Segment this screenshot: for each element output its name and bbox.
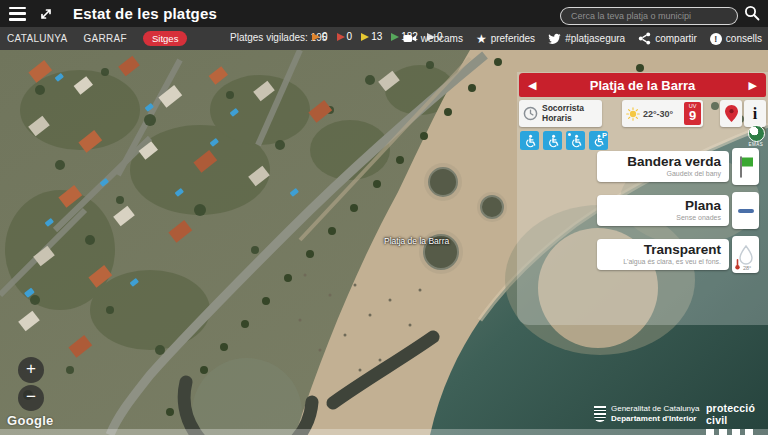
search-icon[interactable] xyxy=(744,5,760,25)
sea-state-text[interactable]: Plana Sense onades xyxy=(597,195,729,226)
proteccio-civil-label: protecció civil xyxy=(706,402,768,426)
zoom-in-button[interactable]: + xyxy=(18,357,44,383)
gencat-line2: Departament d'Interior xyxy=(611,414,700,424)
flag-status-card: Bandera verda Gaudeix del bany xyxy=(597,148,759,185)
red-flag-icon xyxy=(337,33,345,41)
yellow-flag-icon xyxy=(361,33,369,41)
wheelchair-access-icon[interactable] xyxy=(543,131,562,150)
gencat-attribution: Generalitat de Catalunya Departament d'I… xyxy=(594,404,700,424)
orange-flag-icon xyxy=(312,33,320,41)
map-pin-icon xyxy=(725,105,738,122)
sea-state-card: Plana Sense onades xyxy=(597,192,759,229)
gencat-line1: Generalitat de Catalunya xyxy=(611,404,700,414)
municipality-badge[interactable]: Sitges xyxy=(143,31,187,46)
flag-status-title: Bandera verda xyxy=(605,154,721,169)
star-icon: ★ xyxy=(476,33,487,45)
air-temperature: 22°-30° xyxy=(643,109,673,119)
flag-status-text[interactable]: Bandera verda Gaudeix del bany xyxy=(597,151,729,182)
breadcrumb: CATALUNYA GARRAF Sitges xyxy=(7,27,187,50)
zoom-out-button[interactable]: − xyxy=(18,385,44,411)
beach-title: Platja de la Barra xyxy=(590,78,696,93)
map-beach-label: Platja de la Barra xyxy=(384,236,449,246)
sea-state-title: Plana xyxy=(605,198,721,213)
weather-box: 22°-30° UV 9 xyxy=(622,100,703,127)
gencat-shield-icon xyxy=(594,406,606,422)
flag-status-subtitle: Gaudeix del bany xyxy=(605,169,721,178)
adapted-shower-icon[interactable] xyxy=(566,131,585,150)
green-flag-icon xyxy=(391,33,399,41)
emas-icon xyxy=(748,125,765,142)
orange-flag-counter: 0 xyxy=(312,31,328,42)
info-icon: i xyxy=(753,105,757,123)
alert-icon: ! xyxy=(710,33,722,45)
lifeguard-label-line2: Horaris xyxy=(542,114,584,124)
prev-beach-arrow[interactable]: ◀ xyxy=(528,80,536,91)
app-window: Platja de la Barra + − Google Generalita… xyxy=(0,0,768,435)
breadcrumb-bar: CATALUNYA GARRAF Sitges Platges vigilade… xyxy=(0,27,768,50)
favorites-button[interactable]: ★ preferides xyxy=(476,33,535,45)
sun-icon xyxy=(626,107,640,121)
water-quality-title: Transparent xyxy=(605,242,721,257)
menu-icon[interactable] xyxy=(9,7,29,21)
breadcrumb-garraf[interactable]: GARRAF xyxy=(84,33,127,44)
tips-button[interactable]: ! consells xyxy=(710,33,762,45)
search-box xyxy=(560,5,738,23)
beach-detail-panel: ◀ Platja de la Barra ▶ Socorrista Horari… xyxy=(517,72,768,325)
water-quality-text[interactable]: Transparent L'aigua és clara, es veu el … xyxy=(597,239,729,270)
emas-label: EMAS xyxy=(745,142,767,147)
webcam-icon xyxy=(403,32,417,45)
share-button[interactable]: compartir xyxy=(638,32,697,45)
search-input[interactable] xyxy=(560,7,738,25)
app-title: Estat de les platges xyxy=(73,5,217,22)
webcams-button[interactable]: webcams xyxy=(403,32,463,45)
green-flag-status-icon xyxy=(732,148,759,185)
water-quality-card: Transparent L'aigua és clara, es veu el … xyxy=(597,236,759,273)
share-icon xyxy=(638,32,651,45)
info-button[interactable]: i xyxy=(744,100,766,127)
uv-index-badge: UV 9 xyxy=(684,102,701,125)
water-drop-icon: 28° xyxy=(732,236,759,273)
expand-icon[interactable] xyxy=(39,7,53,21)
lifeguard-hours-button[interactable]: Socorrista Horaris xyxy=(519,100,602,127)
google-logo: Google xyxy=(7,413,54,428)
locate-beach-button[interactable] xyxy=(720,100,742,127)
clock-icon xyxy=(523,106,538,121)
toolbar-actions: webcams ★ preferides #platjasegura compa… xyxy=(403,27,762,50)
thermometer-icon xyxy=(735,259,740,270)
beach-panel-header: ◀ Platja de la Barra ▶ xyxy=(519,73,766,97)
yellow-flag-counter: 13 xyxy=(361,31,382,42)
flat-sea-icon xyxy=(732,192,759,229)
hashtag-platjasegura-button[interactable]: #platjasegura xyxy=(548,33,625,45)
assisted-bathing-icon[interactable] xyxy=(520,131,539,150)
map-attribution-strip xyxy=(0,429,768,435)
sea-state-subtitle: Sense onades xyxy=(605,213,721,222)
next-beach-arrow[interactable]: ▶ xyxy=(749,80,757,91)
top-header: Estat de les platges xyxy=(0,0,768,27)
red-flag-counter: 0 xyxy=(337,31,353,42)
water-temperature: 28° xyxy=(743,265,751,271)
emas-badge[interactable]: EMAS xyxy=(745,125,767,147)
twitter-icon xyxy=(548,33,561,45)
water-quality-subtitle: L'aigua és clara, es veu el fons. xyxy=(605,257,721,266)
breadcrumb-catalunya[interactable]: CATALUNYA xyxy=(7,33,68,44)
uv-value: 9 xyxy=(684,109,701,123)
accessibility-icons: P xyxy=(520,131,608,150)
